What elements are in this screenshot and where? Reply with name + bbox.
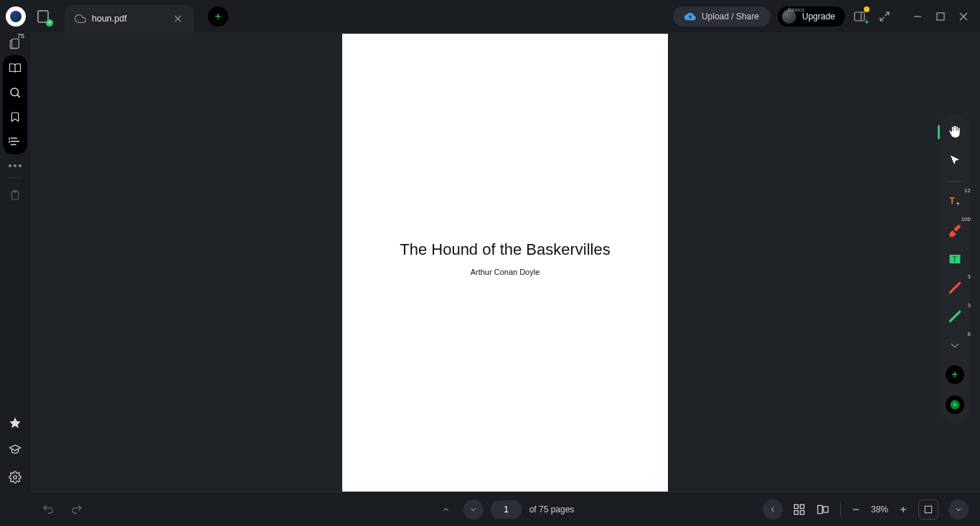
current-page-input[interactable] <box>491 500 522 519</box>
upgrade-label: Upgrade <box>802 11 835 22</box>
page-count-label: of 75 pages <box>529 504 575 515</box>
bookmark-button[interactable] <box>8 110 22 124</box>
bottombar: of 75 pages 38% <box>30 492 980 526</box>
upload-label: Upload / Share <box>702 11 759 22</box>
text-tool[interactable]: 12T+ <box>946 193 963 210</box>
panel-toggle-button[interactable]: + <box>852 9 867 24</box>
document-page: The Hound of the Baskervilles Arthur Con… <box>342 34 668 492</box>
expand-badge: 8 <box>968 331 971 337</box>
fit-page-button[interactable] <box>918 499 938 520</box>
learn-button[interactable] <box>8 443 22 457</box>
page-down-button[interactable] <box>463 499 484 520</box>
green-plus-icon: + <box>864 18 869 26</box>
left-tool-pill <box>3 55 27 154</box>
more-options-button[interactable] <box>9 164 22 167</box>
pointer-tool[interactable] <box>946 152 963 169</box>
svg-rect-26 <box>818 505 822 513</box>
document-viewer[interactable]: The Hound of the Baskervilles Arthur Con… <box>30 32 980 492</box>
page-up-button[interactable] <box>436 499 456 520</box>
grid-view-button[interactable] <box>793 503 806 516</box>
svg-rect-6 <box>937 13 944 20</box>
upload-share-button[interactable]: Upload / Share <box>673 6 771 27</box>
svg-text:T: T <box>952 255 957 263</box>
window-maximize-button[interactable] <box>936 11 946 22</box>
document-tab[interactable]: houn.pdf <box>65 5 194 32</box>
reader-view-button[interactable] <box>8 61 22 75</box>
highlighter-tool[interactable]: 100 <box>946 222 963 239</box>
divider <box>840 502 841 517</box>
fullscreen-button[interactable] <box>878 10 891 23</box>
svg-text:+: + <box>956 200 960 207</box>
cloud-upload-icon <box>684 11 696 22</box>
undo-button[interactable] <box>42 503 55 516</box>
redline-badge: 3 <box>968 273 971 280</box>
svg-text:T: T <box>950 196 956 206</box>
svg-rect-24 <box>794 510 798 514</box>
upgrade-button[interactable]: Basics Upgrade <box>778 6 845 27</box>
search-button[interactable] <box>8 85 22 100</box>
new-document-button[interactable]: + <box>34 8 52 25</box>
greenline-badge: 3 <box>968 302 971 309</box>
separator <box>947 181 963 182</box>
add-tool-button[interactable]: + <box>946 365 964 384</box>
svg-rect-31 <box>925 506 931 512</box>
highlighter-badge: 100 <box>961 216 971 222</box>
cloud-sync-icon <box>75 13 86 24</box>
svg-rect-27 <box>824 507 828 512</box>
window-minimize-button[interactable] <box>913 11 923 22</box>
fit-width-button[interactable] <box>816 504 830 515</box>
expand-tools-button[interactable]: 8 <box>946 337 963 354</box>
zoom-out-button[interactable] <box>851 504 861 515</box>
favorites-button[interactable] <box>8 415 22 430</box>
prev-button[interactable] <box>763 499 783 520</box>
play-tool-button[interactable] <box>946 395 964 414</box>
clipboard-button[interactable] <box>8 188 22 202</box>
text-highlight-tool[interactable]: T <box>946 250 963 268</box>
red-line-tool[interactable]: 3 <box>946 279 963 296</box>
plus-badge-icon: + <box>46 19 53 27</box>
annotations-button[interactable] <box>8 134 22 149</box>
svg-rect-3 <box>854 12 864 21</box>
window-close-button[interactable] <box>958 11 969 22</box>
svg-rect-22 <box>794 504 798 508</box>
green-line-tool[interactable]: 3 <box>946 308 963 325</box>
left-sidebar: 75 <box>0 32 30 492</box>
page-count-badge: 75 <box>17 32 24 39</box>
tab-close-button[interactable] <box>172 13 184 24</box>
zoom-dropdown-button[interactable] <box>948 499 969 520</box>
separator <box>9 177 22 178</box>
titlebar: + houn.pdf + Upload / Share Basics Upgra… <box>0 0 980 32</box>
svg-point-14 <box>14 476 17 479</box>
svg-point-10 <box>11 88 19 96</box>
svg-line-20 <box>950 311 959 321</box>
settings-button[interactable] <box>8 470 22 484</box>
svg-line-11 <box>17 95 19 97</box>
new-tab-button[interactable]: + <box>208 6 228 27</box>
redo-button[interactable] <box>70 503 83 516</box>
svg-rect-25 <box>800 510 804 514</box>
tab-title: houn.pdf <box>92 14 159 24</box>
upgrade-small-label: Basics <box>788 6 805 13</box>
svg-rect-9 <box>12 39 19 48</box>
document-title: The Hound of the Baskervilles <box>342 240 668 259</box>
hand-tool[interactable] <box>946 123 963 141</box>
right-toolbar: 12T+ 100 T 3 3 8 + <box>940 113 970 424</box>
svg-line-19 <box>950 283 959 292</box>
app-logo[interactable] <box>6 6 26 27</box>
titlebar-right: Upload / Share Basics Upgrade + <box>673 6 974 27</box>
zoom-in-button[interactable] <box>898 504 908 515</box>
zoom-level: 38% <box>871 504 888 515</box>
document-author: Arthur Conan Doyle <box>342 268 668 276</box>
pages-panel-button[interactable]: 75 <box>8 37 22 51</box>
text-tool-badge: 12 <box>964 187 971 194</box>
notification-dot-icon <box>864 6 870 12</box>
svg-rect-23 <box>800 504 804 508</box>
